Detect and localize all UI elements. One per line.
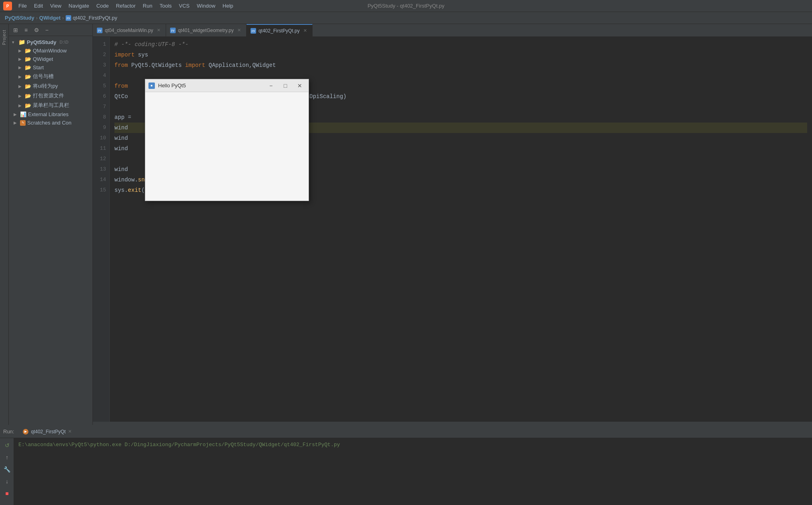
folder-icon-qmainwindow: 📂 (25, 48, 31, 54)
run-tab-close[interactable]: ✕ (68, 429, 72, 434)
sidebar-item-qwidget[interactable]: ▶ 📂 QWidget (9, 55, 92, 63)
scratch-icon: ✎ (20, 120, 26, 126)
chevron-icon: ▶ (18, 48, 23, 53)
breadcrumb: PyQt5Study › QWidget › py qt402_FirstPyQ… (0, 12, 812, 24)
run-tab-icon: ▶ (23, 429, 28, 435)
folder-icon-qwidget: 📂 (25, 56, 31, 62)
menu-navigate[interactable]: Navigate (65, 2, 92, 10)
sidebar-close-btn[interactable]: − (42, 26, 51, 34)
menu-view[interactable]: View (47, 2, 64, 10)
editor-section: py qt04_closeMainWin.py ✕ py qt401_widge… (93, 24, 812, 425)
sidebar-collapse-all-btn[interactable]: ⊞ (11, 26, 20, 34)
sidebar-item-uitopy[interactable]: ▶ 📂 将ui转为py (9, 81, 92, 91)
sidebar-label-extlibs: External Libraries (28, 111, 68, 117)
settings-btn[interactable]: 🔧 (2, 465, 12, 474)
bottom-tab-bar: Run: ▶ qt402_FirstPyQt ✕ (0, 425, 812, 438)
run-output: E:\anaconda\envs\PyQt5\python.exe D:/Din… (14, 438, 812, 505)
line-numbers: 1 2 3 4 5 6 7 8 9 10 11 12 13 14 (93, 37, 110, 422)
tab-widgetGeometry[interactable]: py qt401_widgetGeometry.py ✕ (166, 24, 247, 37)
floating-title-bar: ■ Hello PyQt5 − □ ✕ (145, 79, 309, 92)
file-icon-breadcrumb: py (66, 15, 71, 21)
tab-closeMainWin[interactable]: py qt04_closeMainWin.py ✕ (93, 24, 166, 37)
menu-run[interactable]: Run (140, 2, 156, 10)
project-folder-icon: 📁 (18, 39, 25, 45)
sidebar-expand-btn[interactable]: ≡ (22, 26, 30, 34)
menu-help[interactable]: Help (219, 2, 237, 10)
ln-1: 1 (93, 39, 106, 50)
scroll-down-btn[interactable]: ↓ (2, 477, 12, 486)
ln-14: 14 (93, 175, 106, 185)
breadcrumb-root[interactable]: PyQt5Study (5, 15, 34, 21)
bottom-panel: Run: ▶ qt402_FirstPyQt ✕ ↺ ↑ 🔧 ↓ ■ ⊟ E:\… (0, 425, 812, 505)
tab-firstPyQt[interactable]: py qt402_FirstPyQt.py ✕ (247, 24, 313, 37)
sidebar-item-qmainwindow[interactable]: ▶ 📂 QMainWindow (9, 46, 92, 55)
tab-icon-0: py (97, 28, 102, 33)
menu-refactor[interactable]: Refactor (113, 2, 139, 10)
menu-edit[interactable]: Edit (31, 2, 46, 10)
chevron-icon: ▾ (12, 40, 17, 44)
menu-vcs[interactable]: VCS (176, 2, 193, 10)
chevron-icon: ▶ (18, 74, 23, 79)
code-editor[interactable]: 1 2 3 4 5 6 7 8 9 10 11 12 13 14 (93, 37, 812, 422)
tab-close-0[interactable]: ✕ (156, 27, 162, 33)
menu-code[interactable]: Code (93, 2, 112, 10)
sidebar-item-package[interactable]: ▶ 📂 打包资源文件 (9, 91, 92, 101)
chevron-icon: ▶ (18, 103, 23, 108)
collapse-btn[interactable]: ⊟ (2, 503, 12, 505)
breadcrumb-file[interactable]: py qt402_FirstPyQt.py (66, 15, 117, 21)
tab-icon-1: py (170, 28, 176, 33)
stop-btn[interactable]: ■ (2, 489, 12, 498)
sidebar-item-scratches[interactable]: ▶ ✎ Scratches and Con (9, 119, 92, 127)
menu-tools[interactable]: Tools (156, 2, 175, 10)
sidebar-settings-btn[interactable]: ⚙ (32, 26, 41, 34)
main-layout: Project ⊞ ≡ ⚙ − ▾ 📁 PyQt5Study D:\D ▶ 📂 … (0, 24, 812, 425)
scroll-up-btn[interactable]: ↑ (2, 453, 12, 462)
bottom-tab-run[interactable]: ▶ qt402_FirstPyQt ✕ (19, 425, 76, 438)
svg-text:P: P (6, 4, 9, 8)
chevron-icon: ▶ (18, 84, 23, 89)
sidebar: ⊞ ≡ ⚙ − ▾ 📁 PyQt5Study D:\D ▶ 📂 QMainWin… (9, 24, 93, 425)
sidebar-toolbar: ⊞ ≡ ⚙ − (9, 24, 92, 36)
ln-4: 4 (93, 70, 106, 81)
ln-3: 3 (93, 60, 106, 70)
tab-label-0: qt04_closeMainWin.py (105, 28, 153, 33)
folder-icon-start: 📂 (25, 64, 31, 70)
sidebar-label-start: Start (33, 64, 44, 70)
app-logo: P (3, 2, 12, 10)
folder-icon-uitopy: 📂 (25, 83, 31, 89)
ln-15: 15 (93, 185, 106, 195)
rerun-btn[interactable]: ↺ (2, 441, 12, 450)
editor-body: 1 2 3 4 5 6 7 8 9 10 11 12 13 14 (93, 37, 812, 422)
floating-window[interactable]: ■ Hello PyQt5 − □ ✕ (145, 79, 309, 201)
floating-close-btn[interactable]: ✕ (294, 81, 305, 90)
sidebar-item-extlibs[interactable]: ▶ 📊 External Libraries (9, 110, 92, 119)
sidebar-label-pyqt5study: PyQt5Study (27, 39, 56, 45)
project-tab[interactable]: Project (1, 27, 7, 47)
chevron-icon: ▶ (18, 65, 23, 70)
floating-maximize-btn[interactable]: □ (280, 81, 291, 90)
sidebar-item-pyqt5study[interactable]: ▾ 📁 PyQt5Study D:\D (9, 38, 92, 46)
ln-5: 5 (93, 81, 106, 91)
sidebar-label-menubar: 菜单栏与工具栏 (33, 102, 69, 109)
sidebar-item-menubar[interactable]: ▶ 📂 菜单栏与工具栏 (9, 101, 92, 110)
run-tab-label: qt402_FirstPyQt (31, 429, 66, 435)
ln-11: 11 (93, 143, 106, 154)
breadcrumb-parent[interactable]: QWidget (39, 15, 60, 21)
sidebar-label-qwidget: QWidget (33, 56, 53, 62)
menu-bar: P File Edit View Navigate Code Refactor … (0, 0, 812, 12)
menu-file[interactable]: File (15, 2, 30, 10)
menu-window[interactable]: Window (194, 2, 219, 10)
sidebar-label-package: 打包资源文件 (33, 92, 64, 99)
extlibs-icon: 📊 (20, 111, 26, 117)
ln-6: 6 (93, 91, 106, 102)
sidebar-label-qmainwindow: QMainWindow (33, 48, 67, 54)
sidebar-item-start[interactable]: ▶ 📂 Start (9, 63, 92, 72)
tab-close-2[interactable]: ✕ (302, 28, 308, 34)
horizontal-scrollbar[interactable] (93, 422, 812, 425)
sidebar-tree: ▾ 📁 PyQt5Study D:\D ▶ 📂 QMainWindow ▶ 📂 … (9, 36, 92, 425)
sidebar-item-signals[interactable]: ▶ 📂 信号与槽 (9, 72, 92, 81)
tab-close-1[interactable]: ✕ (236, 27, 242, 33)
floating-minimize-btn[interactable]: − (265, 81, 277, 90)
ln-12: 12 (93, 154, 106, 164)
ln-2: 2 (93, 50, 106, 60)
